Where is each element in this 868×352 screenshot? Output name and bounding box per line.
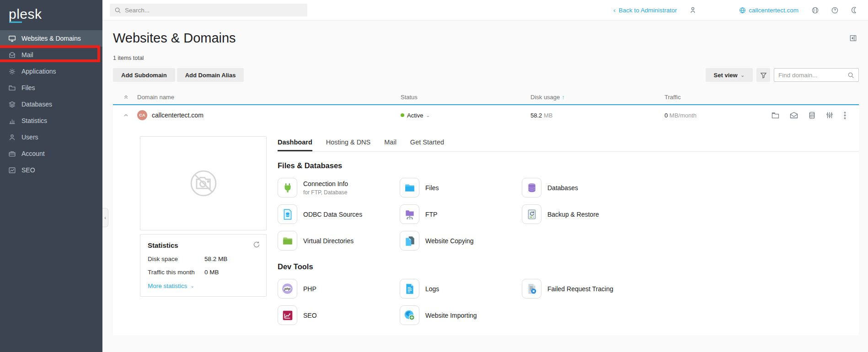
add-domain-alias-button[interactable]: Add Domain Alias xyxy=(177,68,244,82)
row-kebab-menu-icon[interactable] xyxy=(844,112,846,119)
collapse-all-icon[interactable] xyxy=(113,94,137,100)
no-screenshot-camera-icon xyxy=(186,166,221,201)
plesk-logo-underline xyxy=(9,21,22,23)
current-domain-link[interactable]: callcentertect.com xyxy=(739,7,798,14)
global-search[interactable] xyxy=(110,4,307,16)
seo-tool-icon xyxy=(278,305,297,325)
tab-get-started[interactable]: Get Started xyxy=(410,136,444,151)
failed-request-icon xyxy=(522,279,541,299)
stat-row-traffic: Traffic this month 0 MB xyxy=(148,269,259,276)
column-header-traffic[interactable]: Traffic xyxy=(664,94,782,101)
set-view-label: Set view xyxy=(714,72,738,79)
find-domain-box[interactable] xyxy=(774,68,859,82)
domain-name[interactable]: callcentertect.com xyxy=(152,112,204,119)
column-header-domain[interactable]: Domain name xyxy=(137,94,401,101)
sidebar-item-websites-domains[interactable]: Websites & Domains xyxy=(0,30,102,47)
statistics-title: Statistics xyxy=(148,241,259,249)
sidebar-item-label: SEO xyxy=(21,166,35,174)
stat-label: Disk space xyxy=(148,256,204,262)
back-to-administrator-link[interactable]: ‹ Back to Administrator xyxy=(613,7,677,14)
tool-website-copying[interactable]: Website Copying xyxy=(400,231,522,251)
tool-logs[interactable]: Logs xyxy=(400,279,522,299)
sidebar-item-users[interactable]: Users xyxy=(0,129,102,145)
tab-dashboard[interactable]: Dashboard xyxy=(278,136,312,151)
tool-seo[interactable]: SEO xyxy=(278,305,400,325)
row-collapse-icon[interactable] xyxy=(113,113,137,117)
set-view-button[interactable]: Set view ⌄ xyxy=(706,68,753,82)
table-header: Domain name Status Disk usage↑ Traffic xyxy=(113,90,859,105)
column-header-status[interactable]: Status xyxy=(401,94,530,101)
find-domain-input[interactable] xyxy=(778,72,847,79)
domain-row[interactable]: CA callcentertect.com Active ⌄ 58.2 MB 0 xyxy=(113,105,859,125)
row-files-icon[interactable] xyxy=(772,112,779,119)
search-input[interactable] xyxy=(125,7,303,14)
panel-collapse-icon[interactable] xyxy=(849,34,857,44)
column-header-disk-usage[interactable]: Disk usage↑ xyxy=(530,94,664,101)
layers-icon xyxy=(8,101,16,108)
page: Websites & Domains 1 items total Add Sub… xyxy=(102,21,868,352)
dev-tools-grid: php PHP Logs xyxy=(278,279,859,325)
sort-ascending-icon: ↑ xyxy=(562,94,565,101)
domain-detail: Statistics Disk space 58.2 MB Traffic th… xyxy=(113,125,859,335)
sidebar-collapse-handle[interactable]: ‹ xyxy=(102,208,108,227)
row-mail-icon[interactable] xyxy=(790,112,798,118)
sidebar-item-label: Databases xyxy=(21,101,52,108)
traffic-cell: 0 MB/month xyxy=(664,112,772,119)
tab-hosting-dns[interactable]: Hosting & DNS xyxy=(326,136,371,151)
plesk-logo-text: plesk xyxy=(9,6,42,21)
tool-label: SEO xyxy=(303,312,317,319)
items-total: 1 items total xyxy=(113,55,859,61)
add-subdomain-button[interactable]: Add Subdomain xyxy=(113,68,175,82)
current-domain-label: callcentertect.com xyxy=(749,7,798,14)
toolbar: Add Subdomain Add Domain Alias Set view … xyxy=(113,68,859,82)
bar-chart-icon xyxy=(8,117,16,125)
stat-row-disk: Disk space 58.2 MB xyxy=(148,256,259,262)
dark-mode-moon-icon[interactable] xyxy=(851,6,858,14)
sidebar-item-label: Websites & Domains xyxy=(21,35,81,42)
sidebar-item-files[interactable]: Files xyxy=(0,80,102,96)
row-database-icon[interactable] xyxy=(809,112,815,119)
chevron-down-icon: ⌄ xyxy=(741,73,745,78)
tool-label: Failed Request Tracing xyxy=(547,285,613,293)
status-dot-icon xyxy=(401,113,404,117)
odbc-document-icon xyxy=(278,204,297,224)
globe-icon xyxy=(739,7,746,14)
tool-files[interactable]: Files xyxy=(400,178,522,197)
domain-card: CA callcentertect.com Active ⌄ 58.2 MB 0 xyxy=(113,105,859,335)
tool-website-importing[interactable]: Website Importing xyxy=(400,305,522,325)
plesk-logo: plesk xyxy=(0,0,102,30)
refresh-icon[interactable] xyxy=(253,241,260,250)
tool-virtual-directories[interactable]: Virtual Directories xyxy=(278,231,400,251)
user-profile-icon[interactable] xyxy=(689,6,697,14)
chevron-down-icon: ⌄ xyxy=(190,283,194,288)
sidebar-item-seo[interactable]: SEO xyxy=(0,162,102,178)
help-icon[interactable] xyxy=(831,6,839,14)
more-statistics-link[interactable]: More statistics ⌄ xyxy=(148,283,259,289)
tool-backup-restore[interactable]: Backup & Restore xyxy=(522,204,705,224)
sidebar-item-statistics[interactable]: Statistics xyxy=(0,112,102,129)
sphere-icon[interactable] xyxy=(811,6,819,14)
search-icon xyxy=(847,72,854,79)
tool-odbc-data-sources[interactable]: ODBC Data Sources xyxy=(278,204,400,224)
sidebar-item-label: Account xyxy=(21,150,45,157)
domain-cell[interactable]: CA callcentertect.com xyxy=(137,110,401,120)
status-label: Active xyxy=(407,112,423,119)
tool-label: Databases xyxy=(547,184,578,192)
tool-databases[interactable]: Databases xyxy=(522,178,705,197)
tab-mail[interactable]: Mail xyxy=(384,136,396,151)
sidebar-item-account[interactable]: Account xyxy=(0,145,102,162)
status-cell[interactable]: Active ⌄ xyxy=(401,112,530,119)
sidebar-item-mail[interactable]: Mail xyxy=(0,47,102,63)
tool-connection-info[interactable]: Connection Info for FTP, Database xyxy=(278,178,400,197)
tool-ftp[interactable]: FTP xyxy=(400,204,522,224)
sidebar-item-applications[interactable]: Applications xyxy=(0,63,102,80)
folder-icon xyxy=(8,84,16,92)
row-settings-sliders-icon[interactable] xyxy=(826,112,833,119)
tool-label: Connection Info xyxy=(303,180,348,187)
filter-button[interactable] xyxy=(756,68,770,82)
tool-failed-request-tracing[interactable]: Failed Request Tracing xyxy=(522,279,705,299)
sidebar-item-label: Mail xyxy=(21,51,33,59)
sidebar-item-databases[interactable]: Databases xyxy=(0,96,102,112)
domain-favicon: CA xyxy=(137,110,147,120)
tool-php[interactable]: php PHP xyxy=(278,279,400,299)
